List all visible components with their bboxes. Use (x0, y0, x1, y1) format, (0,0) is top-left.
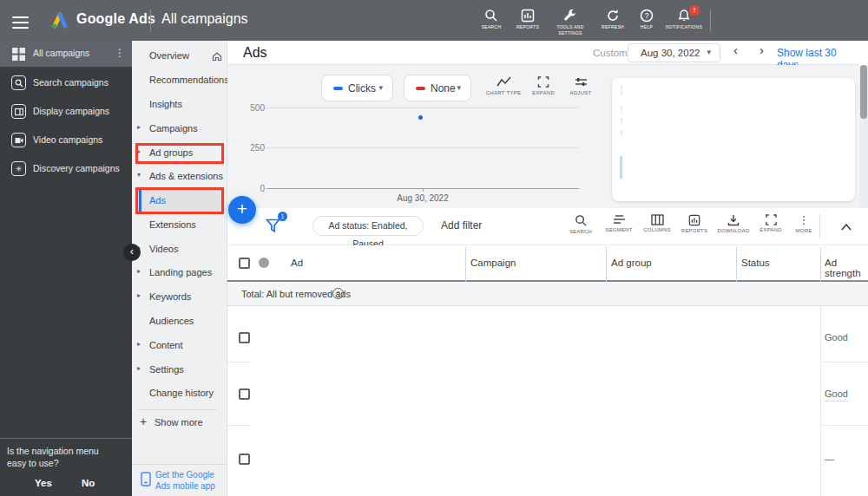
nav-item-label: Videos (149, 244, 178, 254)
download-button[interactable]: DOWNLOAD (714, 214, 753, 233)
row-checkbox[interactable] (239, 332, 250, 343)
column-header-campaign[interactable]: Campaign (470, 258, 516, 268)
search-icon (484, 9, 498, 23)
chevron-right-icon: ▸ (137, 364, 141, 372)
next-date-button[interactable]: › (760, 42, 764, 57)
nav-item-overview[interactable]: Overview (132, 44, 227, 69)
topbar-divider-2 (710, 10, 711, 31)
nav-selected-bar (139, 189, 141, 213)
nav-item-change-history[interactable]: Change history (132, 382, 227, 406)
hamburger-menu-icon[interactable] (12, 13, 29, 32)
add-ad-fab-button[interactable]: + (228, 196, 256, 224)
gridline-500 (266, 108, 579, 108)
column-header-ad-group[interactable]: Ad group (611, 258, 652, 268)
previous-date-button[interactable]: ‹ (733, 42, 738, 57)
metric2-dropdown[interactable]: None ▾ (404, 75, 471, 101)
topbar-tools-label: TOOLS AND SETTINGS (549, 24, 591, 36)
topbar-reports-label: REPORTS (510, 24, 545, 30)
columns-button[interactable]: COLUMNS (638, 214, 676, 232)
sidebar-item-display-campaigns[interactable]: Display campaigns (0, 100, 132, 124)
card-placeholder-mark (621, 106, 622, 112)
nav-item-recommendations[interactable]: Recommendations (132, 69, 227, 93)
nav-divider-bottom (132, 464, 227, 465)
topbar-search-button[interactable]: SEARCH (474, 9, 509, 30)
chart-expand-button[interactable]: EXPAND (523, 76, 564, 95)
grid-icon (12, 48, 25, 61)
reports-button[interactable]: REPORTS (675, 214, 713, 233)
more-button[interactable]: ⋮ MORE (788, 214, 819, 233)
topbar-help-button[interactable]: ? HELP (630, 9, 663, 30)
sidebar-item-all-campaigns[interactable]: All campaigns ⋮ (0, 41, 132, 67)
metric1-dropdown[interactable]: Clicks ▾ (321, 75, 393, 101)
show-more-label: Show more (155, 417, 203, 427)
row-checkbox[interactable] (239, 454, 250, 465)
topbar-divider (150, 10, 151, 31)
show-more-button[interactable]: + Show more (132, 411, 227, 435)
more-vertical-icon[interactable]: ⋮ (115, 47, 125, 59)
scrollbar-thumb[interactable] (860, 65, 867, 119)
ad-preview-card (612, 78, 855, 201)
table-search-button[interactable]: SEARCH (562, 214, 600, 234)
column-header-status[interactable]: Status (741, 258, 770, 268)
nav-item-label: Overview (149, 50, 189, 61)
topbar-refresh-button[interactable]: REFRESH (595, 9, 630, 30)
expand-icon (766, 214, 777, 225)
ad-strength-value: — (825, 454, 834, 464)
sidebar-item-video-campaigns[interactable]: Video campaigns (0, 128, 132, 153)
table-body: Good Good — (227, 306, 868, 496)
column-header-ad[interactable]: Ad (291, 258, 303, 268)
survey-yes-button[interactable]: Yes (35, 478, 52, 488)
date-range-custom-label: Custom (593, 48, 628, 58)
sidebar-item-search-campaigns[interactable]: Search campaigns (0, 71, 132, 95)
chevron-down-icon: ▾ (707, 48, 711, 56)
nav-item-extensions[interactable]: Extensions (132, 213, 227, 238)
topbar-notifications-button[interactable]: ! NOTIFICATIONS (663, 9, 705, 30)
tool-label: DOWNLOAD (714, 228, 753, 233)
nav-item-audiences[interactable]: Audiences (132, 310, 227, 334)
survey-no-button[interactable]: No (82, 478, 95, 488)
video-campaigns-icon (11, 133, 26, 147)
date-picker[interactable]: Aug 30, 2022 ▾ (628, 43, 720, 62)
collapse-sidebar-button[interactable]: ‹ (123, 244, 141, 261)
sidebar-item-discovery-campaigns[interactable]: ✳ Discovery campaigns (0, 157, 132, 181)
mobile-app-label: Get the Google Ads mobile app (155, 470, 223, 492)
topbar-search-label: SEARCH (474, 24, 509, 30)
nav-item-ad-groups[interactable]: ▸ Ad groups (132, 141, 227, 166)
card-placeholder-mark (621, 85, 622, 95)
row-checkbox[interactable] (239, 388, 250, 400)
add-filter-button[interactable]: Add filter (441, 219, 482, 232)
nav-item-insights[interactable]: Insights (132, 93, 227, 117)
help-circle-icon[interactable]: ? (332, 288, 344, 299)
nav-item-settings[interactable]: ▸ Settings (132, 358, 227, 382)
y-tick-0: 0 (237, 184, 265, 193)
nav-item-landing-pages[interactable]: ▸ Landing pages (132, 261, 227, 285)
nav-item-ads[interactable]: Ads (132, 189, 227, 213)
topbar-reports-button[interactable]: REPORTS (510, 9, 545, 30)
column-header-ad-strength[interactable]: Ad strength (825, 258, 868, 281)
nav-item-keywords[interactable]: ▸ Keywords (132, 285, 227, 310)
row-divider (820, 425, 868, 426)
svg-text:?: ? (645, 11, 649, 20)
topbar-tools-button[interactable]: TOOLS AND SETTINGS (549, 9, 591, 36)
reports-icon (521, 9, 535, 23)
nav-item-videos[interactable]: ▸ Videos (132, 238, 227, 262)
segment-icon (613, 214, 626, 225)
filter-funnel-icon[interactable] (266, 219, 282, 233)
ad-status-filter-pill[interactable]: Ad status: Enabled, Paused (312, 216, 424, 236)
chart-type-button[interactable]: CHART TYPE (483, 76, 524, 95)
row-divider (820, 362, 868, 362)
page-nav-sidebar: Overview Recommendations Insights ▸ Camp… (132, 41, 227, 496)
collapse-panel-chevron-up[interactable] (835, 217, 858, 238)
topbar-page-context: All campaigns (161, 11, 248, 27)
x-axis-tick (423, 188, 424, 192)
nav-item-campaigns[interactable]: ▸ Campaigns (132, 117, 227, 141)
chart-adjust-button[interactable]: ADJUST (560, 76, 602, 95)
nav-item-content[interactable]: ▸ Content (132, 334, 227, 358)
expand-table-button[interactable]: EXPAND (752, 214, 790, 232)
nav-item-ads-and-extensions[interactable]: ▾ Ads & extensions (132, 165, 227, 189)
nav-item-label: Content (149, 340, 183, 350)
select-all-checkbox[interactable] (239, 258, 250, 269)
data-point-clicks[interactable] (418, 115, 423, 120)
segment-button[interactable]: SEGMENT (600, 214, 638, 232)
toolbar-divider (819, 214, 820, 238)
